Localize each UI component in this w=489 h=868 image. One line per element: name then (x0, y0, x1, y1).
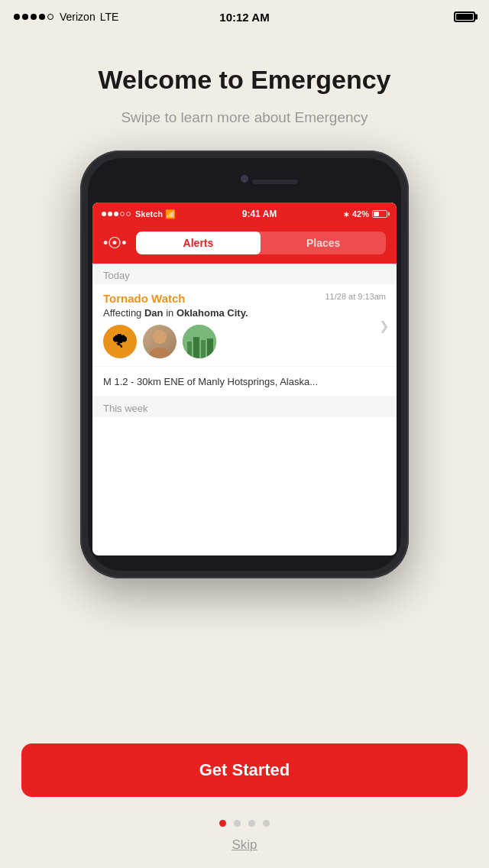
status-left: Verizon LTE (14, 11, 118, 23)
phone-camera (241, 175, 248, 183)
signal-dot-5 (47, 14, 53, 20)
feed-avatars: 🌪 (103, 325, 386, 358)
network-type: LTE (100, 11, 119, 23)
avatar-tornado: 🌪 (103, 325, 137, 358)
screen-bluetooth: ∗ (343, 210, 349, 219)
svg-point-1 (149, 348, 170, 358)
signal-dot-2 (22, 14, 28, 20)
signal-dot-1 (14, 14, 20, 20)
phone-screen: Sketch 📶 9:41 AM ∗ 42% (92, 202, 397, 555)
s-dot-3 (114, 212, 118, 216)
status-right (454, 11, 475, 22)
phone-mockup: Sketch 📶 9:41 AM ∗ 42% (80, 151, 409, 578)
phone-inner: Sketch 📶 9:41 AM ∗ 42% (88, 158, 401, 571)
status-bar: Verizon LTE 10:12 AM (0, 0, 489, 34)
battery-fill (456, 14, 473, 20)
avatar-city (183, 325, 216, 358)
battery-icon (454, 11, 475, 22)
chevron-right-icon: ❯ (379, 318, 389, 332)
screen-status-bar: Sketch 📶 9:41 AM ∗ 42% (92, 202, 397, 225)
avatar-person (143, 325, 176, 358)
s-dot-1 (102, 212, 106, 216)
signal-dots (14, 14, 53, 20)
phone-speaker (252, 180, 298, 184)
tab-places[interactable]: Places (261, 232, 386, 254)
signal-dot-4 (39, 14, 45, 20)
cta-section: Get Started (0, 725, 489, 809)
page-dot-1[interactable] (219, 820, 226, 827)
phone-outer: Sketch 📶 9:41 AM ∗ 42% (80, 151, 409, 578)
signal-dot-3 (31, 14, 37, 20)
page-dot-2[interactable] (234, 820, 241, 827)
screen-signal (102, 212, 131, 216)
s-dot-5 (126, 212, 131, 216)
page-indicators (219, 820, 270, 827)
screen-wifi-icon: 📶 (165, 209, 176, 219)
page-dot-3[interactable] (248, 820, 255, 827)
feed-section-today: Today (92, 264, 397, 284)
feed-item-top: Tornado Watch 11/28 at 9:13am (103, 292, 386, 305)
feed-item-2-text: M 1.2 - 30km ENE of Manly Hotsprings, Al… (103, 376, 318, 387)
svg-rect-3 (187, 342, 192, 358)
feed-item-quake[interactable]: M 1.2 - 30km ENE of Manly Hotsprings, Al… (92, 367, 397, 396)
feed-item-tornado[interactable]: Tornado Watch 11/28 at 9:13am Affecting … (92, 284, 397, 366)
get-started-button[interactable]: Get Started (21, 743, 468, 797)
svg-point-0 (153, 330, 167, 344)
screen-nav: •⦿• Alerts Places (92, 225, 397, 264)
screen-carrier: Sketch (135, 209, 163, 219)
skip-button[interactable]: Skip (232, 837, 257, 853)
carrier-label: Verizon (60, 11, 96, 23)
screen-battery-pct: 42% (352, 209, 369, 219)
radio-icon: •⦿• (103, 235, 127, 251)
s-dot-2 (108, 212, 112, 216)
svg-rect-4 (193, 337, 199, 358)
s-dot-4 (120, 212, 125, 216)
svg-rect-6 (207, 338, 213, 358)
page-dot-4[interactable] (263, 820, 270, 827)
status-time: 10:12 AM (219, 11, 269, 24)
feed-section-week: This week (92, 397, 397, 417)
nav-tabs: Alerts Places (136, 232, 386, 254)
page-title: Welcome to Emergency (68, 64, 422, 96)
screen-time: 9:41 AM (242, 209, 277, 219)
svg-rect-5 (201, 340, 206, 358)
feed-item-time: 11/28 at 9:13am (325, 292, 386, 301)
main-content: Welcome to Emergency Swipe to learn more… (0, 34, 489, 725)
feed-item-title: Tornado Watch (103, 292, 186, 305)
tab-alerts[interactable]: Alerts (136, 232, 261, 254)
feed-item-2-inner: M 1.2 - 30km ENE of Manly Hotsprings, Al… (92, 367, 397, 396)
page-subtitle: Swipe to learn more about Emergency (60, 108, 429, 128)
feed-item-desc: Affecting Dan in Oklahoma City. (103, 307, 386, 319)
feed-item-inner: Tornado Watch 11/28 at 9:13am Affecting … (92, 284, 397, 366)
screen-feed: Today Tornado Watch 11/28 at 9:13am Affe… (92, 264, 397, 417)
